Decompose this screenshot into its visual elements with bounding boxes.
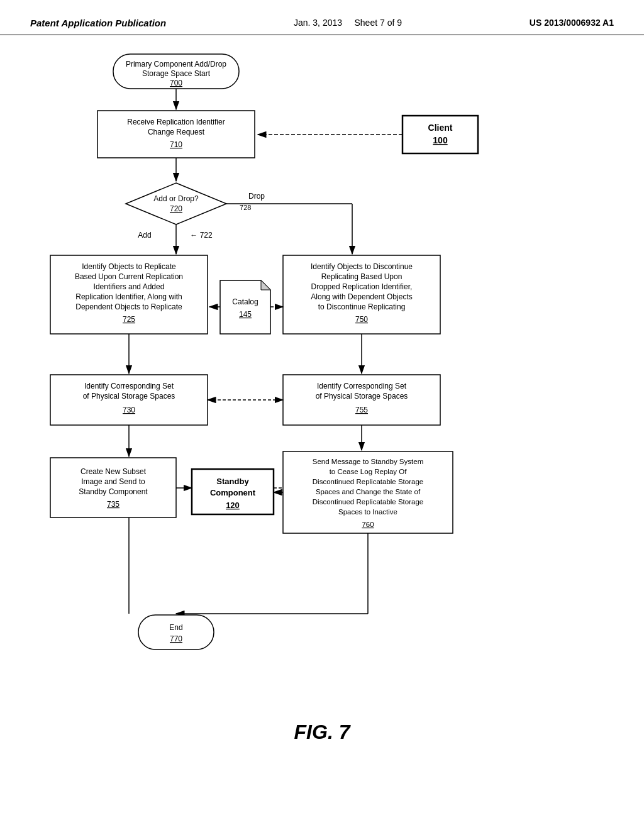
svg-rect-82 bbox=[138, 615, 214, 650]
svg-text:Identify Corresponding Set: Identify Corresponding Set bbox=[84, 382, 174, 390]
svg-text:Standby Component: Standby Component bbox=[79, 487, 148, 496]
svg-text:730: 730 bbox=[123, 406, 135, 414]
svg-text:720: 720 bbox=[170, 204, 182, 213]
svg-text:Drop: Drop bbox=[248, 192, 265, 201]
svg-text:Dependent Objects to Replicate: Dependent Objects to Replicate bbox=[75, 302, 182, 311]
svg-marker-16 bbox=[126, 183, 226, 224]
svg-text:← 722: ← 722 bbox=[190, 231, 213, 240]
svg-text:End: End bbox=[169, 623, 182, 632]
header-center: Jan. 3, 2013 Sheet 7 of 9 bbox=[294, 18, 402, 28]
svg-text:Discontinued Replicatable Stor: Discontinued Replicatable Storage bbox=[313, 498, 423, 506]
svg-text:Identifiers and Added: Identifiers and Added bbox=[94, 282, 165, 291]
svg-text:Send Message to Standby System: Send Message to Standby System bbox=[313, 458, 423, 465]
svg-text:735: 735 bbox=[107, 500, 119, 509]
svg-text:760: 760 bbox=[362, 521, 374, 528]
svg-text:725: 725 bbox=[123, 315, 135, 324]
svg-text:710: 710 bbox=[170, 140, 182, 149]
svg-text:750: 750 bbox=[355, 315, 368, 324]
svg-text:Along with Dependent Objects: Along with Dependent Objects bbox=[311, 292, 412, 301]
svg-text:728: 728 bbox=[236, 204, 251, 211]
svg-text:Add or Drop?: Add or Drop? bbox=[153, 194, 199, 203]
page-header: Patent Application Publication Jan. 3, 2… bbox=[0, 0, 644, 35]
svg-text:Catalog: Catalog bbox=[232, 297, 258, 306]
svg-text:Replicating Based Upon: Replicating Based Upon bbox=[321, 272, 402, 281]
svg-text:755: 755 bbox=[355, 406, 368, 414]
patent-label: Patent Application Publication bbox=[30, 18, 166, 28]
svg-text:700: 700 bbox=[170, 79, 182, 87]
svg-text:Dropped Replication Identifier: Dropped Replication Identifier, bbox=[311, 282, 413, 291]
svg-text:Identify Corresponding Set: Identify Corresponding Set bbox=[317, 382, 407, 390]
svg-text:Change Request: Change Request bbox=[148, 128, 205, 136]
svg-text:Primary Component Add/Drop: Primary Component Add/Drop bbox=[126, 60, 226, 69]
svg-text:Spaces and Change the State of: Spaces and Change the State of bbox=[316, 488, 421, 495]
svg-text:to Discontinue Replicating: to Discontinue Replicating bbox=[318, 302, 406, 311]
svg-text:Discontinued Replicatable Stor: Discontinued Replicatable Storage bbox=[313, 478, 423, 485]
svg-text:Receive Replication Identifier: Receive Replication Identifier bbox=[127, 118, 225, 126]
svg-text:100: 100 bbox=[433, 135, 448, 145]
svg-text:Standby: Standby bbox=[216, 477, 249, 486]
svg-text:Based Upon Current Replication: Based Upon Current Replication bbox=[75, 272, 183, 281]
svg-text:Client: Client bbox=[428, 123, 453, 133]
svg-marker-41 bbox=[261, 280, 270, 290]
diagram-area: Primary Component Add/Drop Storage Space… bbox=[0, 35, 644, 714]
svg-text:Storage Space Start: Storage Space Start bbox=[142, 69, 211, 78]
svg-text:Identify Objects to Replicate: Identify Objects to Replicate bbox=[82, 262, 176, 271]
svg-text:770: 770 bbox=[170, 634, 182, 643]
svg-text:Add: Add bbox=[138, 231, 151, 240]
svg-text:120: 120 bbox=[226, 501, 240, 510]
svg-text:Create New Subset: Create New Subset bbox=[80, 467, 147, 476]
svg-text:145: 145 bbox=[239, 310, 252, 319]
svg-text:of Physical Storage Spaces: of Physical Storage Spaces bbox=[316, 392, 408, 401]
svg-text:to Cease Log Replay Of: to Cease Log Replay Of bbox=[330, 468, 408, 475]
svg-text:Replication Identifier, Along : Replication Identifier, Along with bbox=[75, 292, 182, 301]
svg-text:of Physical Storage Spaces: of Physical Storage Spaces bbox=[83, 392, 175, 401]
header-date: Jan. 3, 2013 bbox=[294, 18, 342, 28]
svg-text:Spaces to Inactive: Spaces to Inactive bbox=[338, 508, 397, 516]
svg-text:Identify Objects to Discontinu: Identify Objects to Discontinue bbox=[311, 262, 413, 271]
figure-label: FIG. 7 bbox=[0, 714, 644, 756]
svg-text:Image and Send to: Image and Send to bbox=[81, 477, 145, 486]
svg-rect-11 bbox=[402, 116, 478, 153]
svg-text:Component: Component bbox=[210, 488, 256, 497]
patent-number: US 2013/0006932 A1 bbox=[530, 18, 614, 28]
flowchart-svg: Primary Component Add/Drop Storage Space… bbox=[0, 35, 644, 714]
header-sheet: Sheet 7 of 9 bbox=[354, 18, 402, 28]
